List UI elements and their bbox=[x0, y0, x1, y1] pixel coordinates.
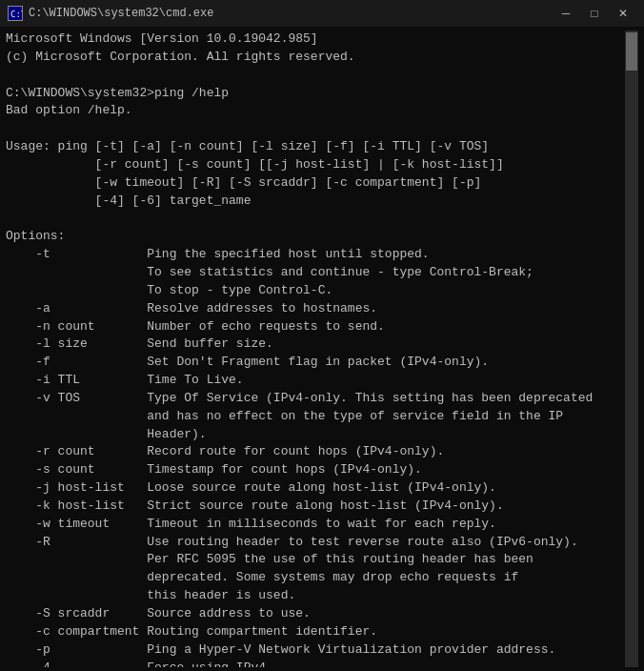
svg-text:C:\: C:\ bbox=[10, 10, 22, 19]
minimize-button[interactable]: ─ bbox=[553, 4, 579, 23]
scrollbar[interactable] bbox=[625, 30, 638, 667]
close-button[interactable]: ✕ bbox=[610, 4, 636, 23]
scrollbar-thumb[interactable] bbox=[626, 32, 637, 71]
terminal-content: Microsoft Windows [Version 10.0.19042.98… bbox=[0, 27, 644, 671]
title-bar-controls: ─ □ ✕ bbox=[553, 4, 636, 23]
terminal-area[interactable]: Microsoft Windows [Version 10.0.19042.98… bbox=[6, 30, 625, 667]
title-bar: C:\ C:\WINDOWS\system32\cmd.exe ─ □ ✕ bbox=[0, 0, 644, 27]
window-title: C:\WINDOWS\system32\cmd.exe bbox=[29, 7, 213, 20]
cmd-icon: C:\ bbox=[8, 6, 23, 21]
title-bar-left: C:\ C:\WINDOWS\system32\cmd.exe bbox=[8, 6, 213, 21]
maximize-button[interactable]: □ bbox=[581, 4, 608, 23]
terminal-output: Microsoft Windows [Version 10.0.19042.98… bbox=[6, 30, 625, 667]
cmd-window: C:\ C:\WINDOWS\system32\cmd.exe ─ □ ✕ Mi… bbox=[0, 0, 644, 671]
